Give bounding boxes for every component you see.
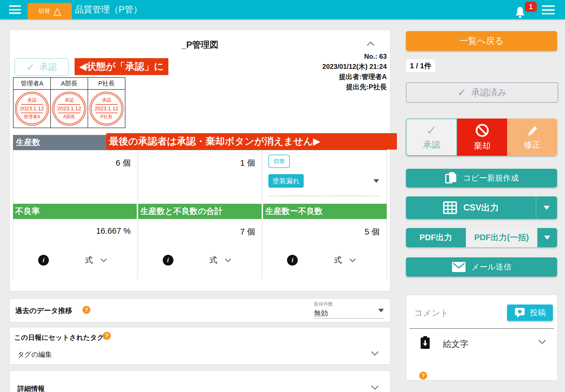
top-bar: 切替 △ 品質管理（P管） 1: [0, 0, 565, 19]
stamp-date: 2023.1.12: [95, 106, 119, 112]
select-caret-icon: [378, 309, 384, 312]
stamp-status: 承認: [65, 97, 74, 103]
status-annotation: ◀状態が「承認」に: [75, 58, 168, 75]
approved-status-label: 承認済み: [471, 87, 507, 98]
caret-down-icon: [544, 236, 550, 240]
approved-state-label: 承認: [39, 61, 57, 73]
switch-mode-button[interactable]: 切替 △: [28, 3, 72, 19]
send-mail-button[interactable]: メール送信: [406, 257, 557, 277]
post-comment-button[interactable]: 投稿: [507, 305, 553, 321]
emoji-accordion[interactable]: 絵文字: [406, 334, 557, 351]
emoji-label: 絵文字: [443, 338, 468, 350]
fetch-count-value: 無効: [314, 308, 384, 318]
approval-stamps-table: 管理者A A部長 P社長 承認 2023.1.12 管理者A 承認 2023.1…: [13, 77, 125, 128]
menu-icon[interactable]: [9, 5, 21, 14]
pdf-export-dropdown[interactable]: [537, 228, 557, 247]
tags-panel: この日報にセットされたタグ ? タグの編集: [9, 327, 390, 365]
chevron-down-icon: [225, 258, 231, 262]
fetch-count-label: 取得件数: [314, 301, 384, 307]
defect-type-cell: 切替 塗装漏れ: [262, 150, 387, 204]
defect-type-underline: [268, 196, 380, 196]
reject-button[interactable]: 棄却: [457, 119, 507, 156]
chevron-down-icon[interactable]: [371, 351, 379, 356]
csv-export-button[interactable]: CSV出力: [406, 196, 536, 219]
report-datetime: 2023/01/12(木) 21:24: [322, 62, 387, 72]
report-card: _P管理図 ✓ 承認 ◀状態が「承認」に No.: 63 2023/01/12(…: [9, 30, 390, 291]
formula-label: 式: [85, 255, 93, 266]
defect-type-caret-icon[interactable]: [373, 179, 379, 183]
info-icon[interactable]: i: [163, 255, 173, 266]
csv-export-label: CSV出力: [463, 202, 499, 214]
edit-button[interactable]: 修正: [507, 119, 557, 156]
help-icon[interactable]: ?: [103, 332, 111, 340]
approval-stamp: 承認 2023.1.12 管理者A: [15, 92, 49, 126]
info-icon[interactable]: i: [287, 255, 298, 266]
chevron-down-icon[interactable]: [371, 385, 379, 390]
stamp-name: A部長: [63, 114, 75, 120]
overflow-menu-icon[interactable]: [542, 5, 555, 14]
send-mail-label: メール送信: [471, 262, 511, 272]
mail-icon: [452, 262, 466, 272]
check-icon: ✓: [426, 124, 437, 137]
edit-tags-button[interactable]: タグの編集: [18, 350, 52, 359]
stamp-status: 承認: [27, 97, 36, 103]
approved-state-button[interactable]: ✓ 承認: [14, 58, 69, 76]
metric-header: 生産数ー不良数: [263, 204, 387, 219]
history-title: 過去のデータ推移: [15, 306, 72, 315]
defect-switch-button[interactable]: 切替: [268, 155, 290, 168]
approved-status-button[interactable]: ✓ 承認済み: [406, 82, 558, 103]
bell-icon: [514, 6, 526, 19]
post-comment-label: 投稿: [530, 307, 546, 318]
check-icon: ✓: [26, 61, 35, 73]
help-icon[interactable]: ?: [419, 372, 427, 380]
approval-action-group: ✓ 承認 棄却 修正: [406, 119, 557, 156]
defect-count-cell: 1 個: [138, 150, 262, 204]
approve-button[interactable]: ✓ 承認: [406, 119, 457, 156]
metric-value: 5 個: [262, 219, 386, 238]
stamp-date: 2023.1.12: [57, 106, 81, 112]
ban-icon: [475, 123, 490, 138]
formula-dropdown[interactable]: 式: [85, 255, 107, 266]
collapse-chevron-up-icon[interactable]: [367, 41, 375, 46]
metric-cell: 7 個 i 式: [138, 219, 262, 280]
comment-title: コメント: [414, 307, 449, 319]
edit-label: 修正: [524, 139, 541, 151]
formula-label: 式: [209, 255, 217, 266]
fetch-count-select[interactable]: 取得件数 無効: [314, 301, 384, 319]
metric-value: 7 個: [138, 219, 262, 238]
stamp-name: P社長: [101, 114, 113, 120]
metric-values-row: 16.667 % i 式 7 個 i 式: [13, 219, 387, 280]
info-icon[interactable]: i: [38, 255, 49, 266]
page-title: 品質管理（P管）: [75, 0, 142, 19]
formula-dropdown[interactable]: 式: [334, 255, 356, 266]
formula-label: 式: [334, 255, 342, 266]
report-submitter: 提出者:管理者A: [322, 72, 387, 82]
approval-stamp: 承認 2023.1.12 A部長: [52, 92, 86, 126]
stamp-date: 2023.1.12: [20, 106, 44, 112]
details-title: 詳細情報: [18, 384, 45, 392]
chevron-down-icon[interactable]: [538, 340, 546, 344]
approval-stamp: 承認 2023.1.12 P社長: [90, 92, 123, 126]
metric-cell: 16.667 % i 式: [13, 219, 138, 280]
pdf-export-button[interactable]: PDF出力: [406, 228, 466, 247]
switch-label: 切替: [38, 7, 50, 15]
stamp-header-row: 管理者A A部長 P社長: [13, 78, 125, 89]
stamp-status: 承認: [102, 97, 111, 103]
chevron-down-icon: [349, 258, 356, 262]
triangle-icon: △: [53, 6, 61, 16]
formula-dropdown[interactable]: 式: [209, 255, 231, 266]
production-count: 6 個: [13, 150, 138, 169]
help-icon[interactable]: ?: [82, 306, 90, 314]
notification-bell[interactable]: 1: [514, 2, 537, 18]
csv-export-dropdown[interactable]: [536, 196, 557, 219]
report-number: No.: 63: [322, 51, 387, 62]
stamp-approver: A部長: [51, 78, 88, 89]
caret-down-icon: [544, 206, 550, 210]
pdf-batch-export-button[interactable]: PDF出力(一括): [466, 228, 537, 247]
copy-icon: [444, 171, 457, 185]
back-to-list-button[interactable]: 一覧へ戻る: [406, 31, 557, 51]
defect-type-chip[interactable]: 塗装漏れ: [268, 174, 304, 188]
report-meta: No.: 63 2023/01/12(木) 21:24 提出者:管理者A 提出先…: [322, 51, 387, 92]
approve-label: 承認: [423, 139, 440, 151]
copy-new-button[interactable]: コピー新規作成: [406, 169, 557, 187]
